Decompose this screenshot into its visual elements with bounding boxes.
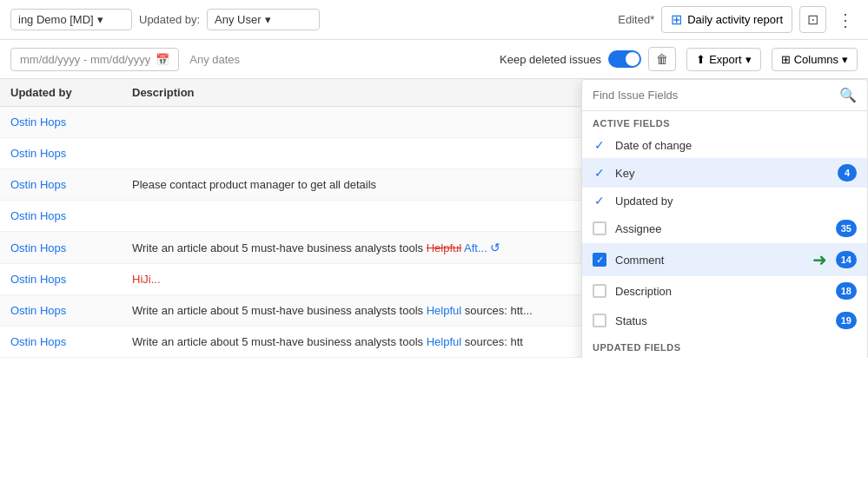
undo-icon[interactable]: ↺ — [490, 241, 500, 254]
field-name: Assignee — [615, 222, 827, 235]
project-label: ing Demo [MD] — [18, 13, 94, 26]
strikethrough-helpful: Helpful — [427, 241, 461, 254]
keep-deleted-label: Keep deleted issues — [500, 53, 601, 66]
daily-report-label: Daily activity report — [687, 13, 783, 26]
trash-button[interactable]: 🗑 — [648, 47, 676, 71]
checkbox-icon — [593, 284, 606, 298]
helpful-text: Helpful — [427, 304, 461, 317]
field-item-status[interactable]: Status 19 — [582, 306, 867, 335]
user-link[interactable]: Ostin Hops — [10, 335, 132, 348]
field-item-updated-by[interactable]: ✓ Updated by — [582, 188, 867, 214]
field-name: Comment — [615, 254, 800, 267]
chevron-down-icon: ▾ — [745, 53, 752, 66]
col-updated-by: Updated by — [10, 86, 132, 99]
user-link[interactable]: Ostin Hops — [10, 241, 132, 254]
user-filter-selector[interactable]: Any User ▾ — [207, 9, 320, 30]
edited-badge: Edited* — [618, 13, 654, 26]
aft-text: Aft... — [464, 241, 487, 254]
field-badge: 35 — [836, 220, 857, 237]
export-label: Export — [709, 53, 742, 66]
field-name: Date of change — [615, 139, 857, 152]
checkbox-icon — [593, 221, 606, 235]
field-name: Description — [615, 285, 827, 298]
checkbox-icon — [593, 314, 606, 327]
user-link[interactable]: Ostin Hops — [10, 209, 132, 222]
date-range-picker[interactable]: mm/dd/yyyy - mm/dd/yyyy 📅 — [10, 48, 179, 71]
export-button[interactable]: ⬆ Export ▾ — [686, 48, 761, 71]
field-badge: 14 — [836, 251, 857, 268]
daily-report-button[interactable]: ⊞ Daily activity report — [661, 6, 792, 33]
updated-fields-label: UPDATED FIELDS — [582, 335, 867, 356]
checkmark-icon: ✓ — [593, 194, 606, 208]
filter-bar: mm/dd/yyyy - mm/dd/yyyy 📅 Any dates Keep… — [0, 40, 868, 79]
user-link[interactable]: Ostin Hops — [10, 273, 132, 286]
chevron-down-icon: ▾ — [842, 53, 848, 66]
keep-deleted-toggle[interactable] — [608, 50, 641, 68]
user-link[interactable]: Ostin Hops — [10, 147, 132, 160]
field-item-due-date[interactable]: Due date +11 — [582, 356, 867, 358]
calendar-icon: 📅 — [156, 53, 169, 66]
field-name: Key — [615, 167, 829, 180]
columns-dropdown-panel: 🔍 ACTIVE FIELDS ✓ Date of change ✓ Key 4… — [581, 79, 868, 358]
fields-scroll[interactable]: ACTIVE FIELDS ✓ Date of change ✓ Key 4 ✓… — [582, 111, 867, 358]
active-fields-label: ACTIVE FIELDS — [582, 111, 867, 132]
search-box: 🔍 — [582, 80, 867, 111]
search-input[interactable] — [593, 89, 832, 102]
user-option-label: Any User — [215, 13, 261, 26]
checkbox-checked-icon: ✓ — [593, 253, 606, 267]
columns-label: Columns — [794, 53, 838, 66]
columns-button[interactable]: ⊞ Columns ▾ — [772, 48, 858, 71]
header-bar: ing Demo [MD] ▾ Updated by: Any User ▾ E… — [0, 0, 868, 40]
checkmark-icon: ✓ — [593, 138, 606, 152]
search-icon: 🔍 — [839, 87, 857, 103]
chevron-down-icon: ▾ — [97, 13, 103, 26]
columns-icon: ⊞ — [781, 53, 791, 66]
field-badge: 19 — [836, 312, 857, 329]
table-area: Updated by Description Com... Ostin Hops… — [0, 79, 868, 358]
user-link[interactable]: Ostin Hops — [10, 304, 132, 317]
field-name: Updated by — [615, 195, 857, 208]
field-badge: 4 — [838, 164, 857, 182]
trash-icon: 🗑 — [656, 52, 668, 66]
checkmark-icon: ✓ — [593, 166, 606, 180]
keep-deleted-section: Keep deleted issues 🗑 — [500, 47, 676, 71]
project-selector[interactable]: ing Demo [MD] ▾ — [10, 9, 132, 30]
date-range-text: mm/dd/yyyy - mm/dd/yyyy — [20, 53, 150, 66]
grid-icon: ⊞ — [671, 11, 682, 28]
field-item-comment[interactable]: ✓ Comment ➜ 14 — [582, 243, 867, 276]
any-dates-label: Any dates — [189, 53, 240, 66]
field-item-assignee[interactable]: Assignee 35 — [582, 214, 867, 243]
field-item-date-of-change[interactable]: ✓ Date of change — [582, 132, 867, 158]
user-link[interactable]: Ostin Hops — [10, 116, 132, 129]
preview-button[interactable]: ⊡ — [799, 6, 826, 33]
field-item-key[interactable]: ✓ Key 4 — [582, 158, 867, 188]
export-icon: ⬆ — [696, 53, 706, 66]
more-icon: ⋮ — [837, 10, 854, 30]
field-name: Status — [615, 314, 827, 327]
updated-by-filter-label: Updated by: — [139, 13, 200, 26]
more-options-button[interactable]: ⋮ — [833, 6, 858, 34]
field-badge: 18 — [836, 282, 857, 300]
chevron-down-icon: ▾ — [265, 13, 271, 26]
user-link[interactable]: Ostin Hops — [10, 178, 132, 191]
preview-icon: ⊡ — [807, 12, 818, 27]
field-item-description[interactable]: Description 18 — [582, 276, 867, 306]
helpful-text: Helpful — [427, 335, 461, 348]
arrow-right-icon: ➜ — [812, 249, 827, 270]
